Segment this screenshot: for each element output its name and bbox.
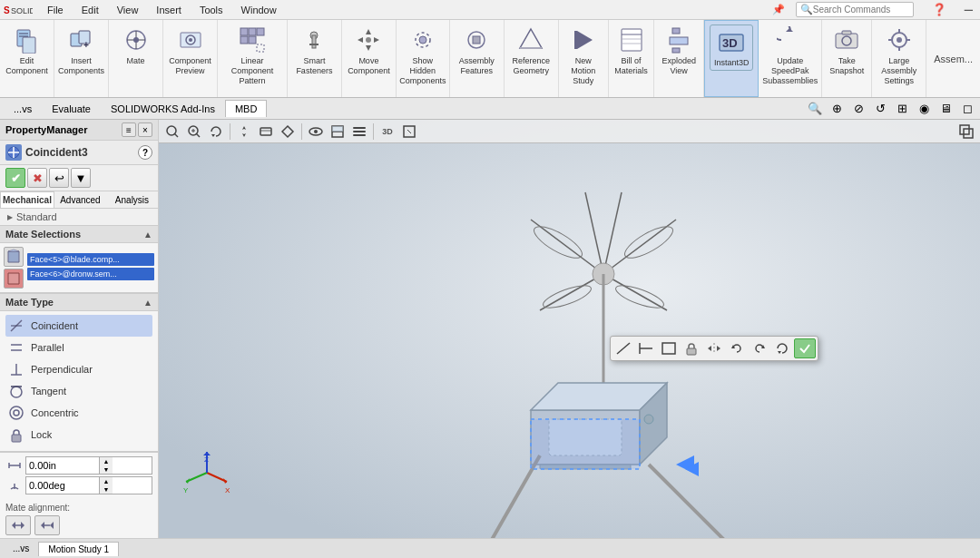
menu-insert[interactable]: Insert <box>152 3 185 17</box>
flt-btn-symmetric[interactable] <box>703 338 725 358</box>
menu-tools[interactable]: Tools <box>196 3 227 17</box>
viewport[interactable]: 3D <box>159 120 980 538</box>
mate-type-perpendicular[interactable]: Perpendicular <box>5 358 152 380</box>
tab-toolbar-btn6[interactable]: ◉ <box>915 100 933 118</box>
mate-type-lock[interactable]: Lock <box>5 424 152 445</box>
pm-options-button[interactable]: ≡ <box>122 122 136 137</box>
help-button[interactable]: ? <box>138 145 152 160</box>
vp-btn-view-settings[interactable] <box>349 122 369 142</box>
flt-btn-undo[interactable] <box>726 338 748 358</box>
insert-components-label: InsertComponents <box>58 56 104 76</box>
tab-toolbar-btn3[interactable]: ⊘ <box>849 100 867 118</box>
confirm-button[interactable]: ✔ <box>5 168 25 188</box>
align-button-1[interactable] <box>5 515 31 535</box>
mate-type-tangent[interactable]: Tangent <box>5 380 152 402</box>
concentric-mt-label: Concentric <box>31 407 79 418</box>
exploded-view-button[interactable]: ExplodedView <box>657 24 701 78</box>
menu-view[interactable]: View <box>113 3 142 17</box>
flt-btn-confirm[interactable] <box>794 338 816 358</box>
flt-btn-angle[interactable] <box>612 338 634 358</box>
bottom-tab-motion-study[interactable]: Motion Study 1 <box>38 542 119 556</box>
distance-input-2[interactable] <box>26 479 99 492</box>
flt-btn-rotate[interactable] <box>771 338 793 358</box>
distance-spin-down-2[interactable]: ▼ <box>100 485 113 494</box>
search-input[interactable] <box>813 5 904 15</box>
vp-btn-maximize[interactable] <box>399 122 419 142</box>
flt-btn-perpendicular[interactable] <box>658 338 680 358</box>
selection-icon-face2[interactable] <box>4 269 24 289</box>
assembly-features-button[interactable]: AssemblyFeatures <box>455 24 498 78</box>
mate-type-section-header[interactable]: Mate Type ▲ <box>0 293 158 311</box>
tab-toolbar-btn7[interactable]: 🖥 <box>936 100 955 118</box>
instant3d-label: Instant3D <box>714 58 750 68</box>
distance-spin-up-2[interactable]: ▲ <box>100 477 113 485</box>
vp-btn-display-style[interactable] <box>278 122 298 142</box>
new-motion-study-button[interactable]: NewMotionStudy <box>562 24 605 87</box>
bill-of-materials-button[interactable]: Bill ofMaterials <box>610 24 653 78</box>
distance-spin-up-1[interactable]: ▲ <box>100 457 113 465</box>
tab-toolbar-btn2[interactable]: ⊕ <box>828 100 846 118</box>
tab-toolbar-btn8[interactable]: ◻ <box>958 100 976 118</box>
tab-toolbar-btn1[interactable]: 🔍 <box>806 100 824 118</box>
move-component-button[interactable]: MoveComponent <box>344 24 394 78</box>
update-speedpak-button[interactable]: UpdateSpeedPakSubassemblies <box>759 24 821 87</box>
large-assembly-settings-button[interactable]: LargeAssemblySettings <box>877 24 921 87</box>
ribbon-group-smart-fasteners: SmartFasteners <box>288 20 342 97</box>
pm-close-button[interactable]: × <box>138 122 152 137</box>
svg-rect-33 <box>473 36 480 44</box>
vp-btn-view[interactable] <box>256 122 276 142</box>
menu-window[interactable]: Window <box>238 3 280 17</box>
tab-solidworks-addins[interactable]: SOLIDWORKS Add-Ins <box>101 100 225 117</box>
vp-btn-pan[interactable] <box>234 122 254 142</box>
help-icon[interactable]: ❓ <box>928 1 950 18</box>
more-button[interactable]: ▼ <box>71 168 91 188</box>
vp-btn-zoom[interactable] <box>184 122 204 142</box>
menu-file[interactable]: File <box>44 3 67 17</box>
minimize-icon[interactable]: ─ <box>961 1 976 18</box>
flt-btn-redo[interactable] <box>749 338 770 358</box>
tab-advanced[interactable]: Advanced <box>54 191 106 208</box>
undo-button[interactable]: ↩ <box>49 168 69 188</box>
mate-type-coincident[interactable]: Coincident <box>5 315 152 337</box>
menu-edit[interactable]: Edit <box>78 3 103 17</box>
instant3d-button[interactable]: 3D Instant3D <box>710 24 754 71</box>
vp-btn-rotate[interactable] <box>206 122 226 142</box>
distance-spin-down-1[interactable]: ▼ <box>100 465 113 474</box>
take-snapshot-button[interactable]: TakeSnapshot <box>825 24 868 78</box>
align-button-2[interactable] <box>34 515 60 535</box>
bottom-tab-vs[interactable]: ...vs <box>4 542 38 555</box>
tab-mbd[interactable]: MBD <box>225 100 267 117</box>
vp-btn-3d[interactable]: 3D <box>377 122 397 142</box>
mate-selections-section-header[interactable]: Mate Selections ▲ <box>0 225 158 243</box>
svg-marker-27 <box>358 37 363 43</box>
svg-marker-61 <box>8 250 19 251</box>
lock-mt-icon <box>7 426 25 444</box>
cancel-button[interactable]: ✖ <box>27 168 47 188</box>
component-preview-button[interactable]: ComponentPreview <box>165 24 215 78</box>
linear-component-pattern-button[interactable]: Linear ComponentPattern <box>223 24 281 87</box>
reference-geometry-button[interactable]: ReferenceGeometry <box>509 24 554 78</box>
tab-toolbar-btn5[interactable]: ⊞ <box>893 100 911 118</box>
edit-component-button[interactable]: EditComponent <box>2 24 52 78</box>
tab-mechanical[interactable]: Mechanical <box>0 191 54 208</box>
flt-btn-lock[interactable] <box>681 338 702 358</box>
mate-button[interactable]: Mate <box>114 24 158 68</box>
mate-type-concentric[interactable]: Concentric <box>5 402 152 424</box>
mate-type-parallel[interactable]: Parallel <box>5 337 152 358</box>
vp-btn-restore[interactable] <box>956 122 976 142</box>
tab-toolbar-btn4[interactable]: ↺ <box>871 100 889 118</box>
svg-marker-78 <box>12 522 15 529</box>
insert-components-button[interactable]: + InsertComponents <box>54 24 108 78</box>
distance-input-1[interactable] <box>26 459 99 472</box>
show-hidden-components-button[interactable]: ShowHiddenComponents <box>396 24 449 87</box>
vp-btn-hide-show[interactable] <box>306 122 326 142</box>
vp-btn-zoom-to-fit[interactable] <box>162 122 182 142</box>
flt-btn-distance[interactable] <box>635 338 657 358</box>
tab-vs[interactable]: ...vs <box>4 100 42 117</box>
tab-analysis[interactable]: Analysis <box>106 191 158 208</box>
vp-btn-section-view[interactable] <box>328 122 348 142</box>
smart-fasteners-button[interactable]: SmartFasteners <box>292 24 336 78</box>
mate-icon <box>122 25 151 54</box>
tab-evaluate[interactable]: Evaluate <box>42 100 101 117</box>
selection-icon-face[interactable] <box>4 247 24 267</box>
